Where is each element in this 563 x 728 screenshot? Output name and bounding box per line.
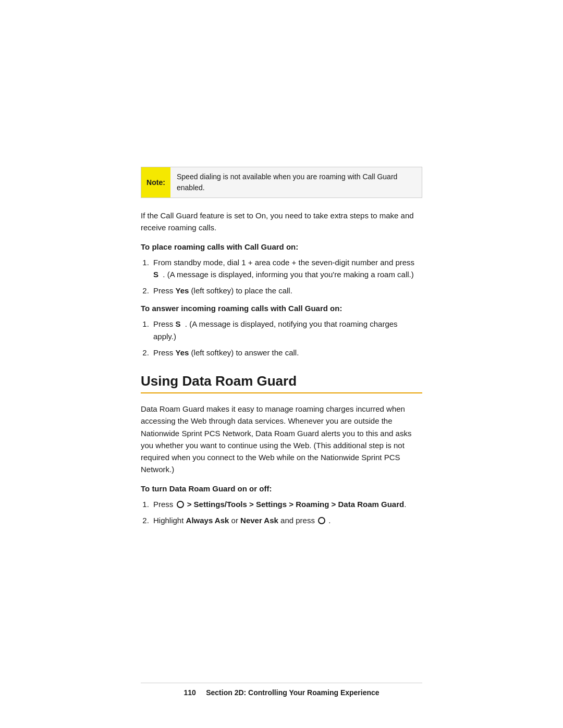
list-item: Press Yes (left softkey) to answer the c… bbox=[151, 347, 422, 359]
step-text: Press S . (A message is displayed, notif… bbox=[153, 319, 398, 340]
step-text: Press > Settings/Tools > Settings > Roam… bbox=[153, 500, 406, 509]
footer-page-number: 110 bbox=[183, 688, 195, 697]
turn-on-list: Press > Settings/Tools > Settings > Roam… bbox=[151, 498, 422, 527]
step-text: Highlight Always Ask or Never Ask and pr… bbox=[153, 516, 331, 525]
note-label: Note: bbox=[141, 167, 170, 198]
place-calls-label: To place roaming calls with Call Guard o… bbox=[141, 242, 422, 251]
answer-calls-list: Press S . (A message is displayed, notif… bbox=[151, 318, 422, 359]
step-text: Press Yes (left softkey) to place the ca… bbox=[153, 286, 292, 295]
step-text: From standby mode, dial 1 + area code + … bbox=[153, 258, 414, 279]
circle-icon bbox=[177, 501, 184, 508]
page-container: Note: Speed dialing is not available whe… bbox=[0, 0, 563, 728]
page-footer: 110 Section 2D: Controlling Your Roaming… bbox=[141, 683, 422, 697]
note-box: Note: Speed dialing is not available whe… bbox=[141, 167, 422, 198]
circle-icon bbox=[318, 517, 325, 524]
turn-on-label: To turn Data Roam Guard on or off: bbox=[141, 484, 422, 493]
list-item: Press S . (A message is displayed, notif… bbox=[151, 318, 422, 342]
list-item: Highlight Always Ask or Never Ask and pr… bbox=[151, 514, 422, 526]
content-area: Note: Speed dialing is not available whe… bbox=[0, 0, 563, 575]
footer-section-text: Section 2D: Controlling Your Roaming Exp… bbox=[206, 688, 379, 697]
note-text: Speed dialing is not available when you … bbox=[170, 167, 422, 198]
answer-calls-label: To answer incoming roaming calls with Ca… bbox=[141, 304, 422, 313]
list-item: Press > Settings/Tools > Settings > Roam… bbox=[151, 498, 422, 510]
list-item: Press Yes (left softkey) to place the ca… bbox=[151, 285, 422, 297]
section-body: Data Roam Guard makes it easy to manage … bbox=[141, 403, 422, 476]
section-heading: Using Data Roam Guard bbox=[141, 373, 422, 393]
intro-text: If the Call Guard feature is set to On, … bbox=[141, 209, 422, 234]
place-calls-list: From standby mode, dial 1 + area code + … bbox=[151, 256, 422, 297]
list-item: From standby mode, dial 1 + area code + … bbox=[151, 256, 422, 281]
step-text: Press Yes (left softkey) to answer the c… bbox=[153, 348, 299, 357]
